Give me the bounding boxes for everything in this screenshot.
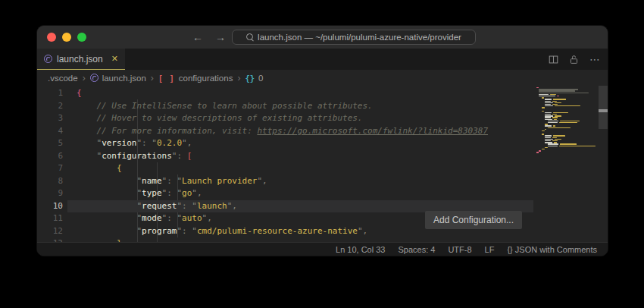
breadcrumb-label: 0: [258, 74, 263, 83]
code-text: // For more information, visit: https://…: [77, 126, 488, 136]
json-file-icon: [44, 55, 52, 63]
history-forward-icon[interactable]: →: [215, 31, 226, 43]
code-text: "version": "0.2.0",: [77, 138, 192, 148]
breadcrumb-item--vscode[interactable]: .vscode: [48, 74, 78, 83]
code-text: {: [77, 163, 122, 173]
code-line-1[interactable]: 1{: [37, 87, 608, 100]
search-icon: [246, 33, 254, 41]
traffic-lights: [47, 33, 86, 42]
code-line-4[interactable]: 4 // For more information, visit: https:…: [37, 125, 608, 138]
tab-label: launch.json: [57, 54, 107, 64]
line-number: 12: [37, 225, 63, 238]
breadcrumb-label: .vscode: [48, 74, 78, 83]
code-line-8[interactable]: 8 "name": "Launch provider",: [37, 175, 608, 188]
line-number: 4: [37, 125, 63, 138]
line-number: 10: [37, 200, 63, 213]
code-text: // Use IntelliSense to learn about possi…: [77, 101, 373, 111]
window-title-text: launch.json — ~/pulumi/pulumi-azure-nati…: [258, 33, 461, 42]
unlock-icon[interactable]: [569, 55, 579, 64]
breadcrumb-item-0[interactable]: {}0: [245, 74, 263, 83]
code-text: "program": "cmd/pulumi-resource-azure-na…: [77, 226, 367, 236]
line-number: 2: [37, 100, 63, 113]
code-text: "mode": "auto",: [77, 213, 212, 223]
code-text: "request": "launch",: [77, 201, 237, 211]
overview-ruler-marker: [599, 109, 608, 112]
code-line-9[interactable]: 9 "type": "go",: [37, 187, 608, 200]
close-tab-icon[interactable]: ✕: [111, 54, 118, 64]
vertical-scrollbar[interactable]: [598, 86, 608, 242]
code-line-12[interactable]: 12 "program": "cmd/pulumi-resource-azure…: [37, 225, 608, 238]
code-line-11[interactable]: 11 "mode": "auto",: [37, 212, 608, 225]
code-line-7[interactable]: 7 {: [37, 162, 608, 175]
code-text: // Hover to view descriptions of existin…: [77, 113, 363, 123]
code-line-2[interactable]: 2 // Use IntelliSense to learn about pos…: [37, 100, 608, 113]
line-number: 11: [37, 212, 63, 225]
code-line-6[interactable]: 6 "configurations": [: [37, 150, 608, 163]
code-text: "configurations": [: [77, 151, 192, 161]
line-number: 6: [37, 150, 63, 163]
status-item-spaces-4[interactable]: Spaces: 4: [398, 245, 435, 254]
history-back-icon[interactable]: ←: [192, 31, 203, 43]
line-number: 8: [37, 175, 63, 188]
split-editor-icon[interactable]: [549, 55, 558, 64]
vscode-window: ← → launch.json — ~/pulumi/pulumi-azure-…: [36, 25, 608, 256]
line-number: 1: [37, 87, 63, 100]
tab-bar: launch.json ✕ ⋯: [37, 49, 608, 70]
code-text: "type": "go",: [77, 188, 202, 198]
line-number: 5: [37, 137, 63, 150]
editor-pane[interactable]: 1{2 // Use IntelliSense to learn about p…: [37, 86, 608, 242]
scrollbar-thumb[interactable]: [599, 86, 608, 129]
status-item-ln-10-col-33[interactable]: Ln 10, Col 33: [336, 245, 385, 254]
code-lines: 1{2 // Use IntelliSense to learn about p…: [37, 87, 608, 242]
more-actions-icon[interactable]: ⋯: [589, 53, 600, 65]
breadcrumb-label: configurations: [179, 74, 233, 83]
json-file-icon: [90, 74, 98, 82]
status-item-utf-8[interactable]: UTF-8: [448, 245, 471, 254]
minimize-window-button[interactable]: [62, 33, 71, 42]
code-line-5[interactable]: 5 "version": "0.2.0",: [37, 137, 608, 150]
line-number: 3: [37, 112, 63, 125]
status-item-lf[interactable]: LF: [485, 245, 495, 254]
breadcrumb: .vscode›launch.json›[ ]configurations›{}…: [37, 70, 608, 86]
add-configuration-button[interactable]: Add Configuration...: [425, 211, 522, 229]
code-text: {: [77, 88, 82, 98]
object-symbol-icon: {}: [245, 74, 255, 83]
breadcrumb-label: launch.json: [102, 74, 146, 83]
close-window-button[interactable]: [47, 33, 56, 42]
minimap[interactable]: [535, 87, 597, 154]
titlebar: ← → launch.json — ~/pulumi/pulumi-azure-…: [37, 26, 608, 49]
breadcrumb-item-launch-json[interactable]: launch.json: [90, 74, 146, 83]
breadcrumb-separator-icon: ›: [151, 73, 154, 83]
zoom-window-button[interactable]: [77, 33, 86, 42]
code-line-10[interactable]: 10 "request": "launch",: [37, 200, 608, 213]
command-center-search[interactable]: launch.json — ~/pulumi/pulumi-azure-nati…: [232, 30, 476, 45]
breadcrumb-separator-icon: ›: [83, 73, 86, 83]
status-item--json-with-comments[interactable]: {} JSON with Comments: [507, 245, 597, 254]
tab-launch-json[interactable]: launch.json ✕: [37, 49, 125, 70]
breadcrumb-item-configurations[interactable]: [ ]configurations: [158, 74, 233, 83]
line-number: 7: [37, 162, 63, 175]
status-bar: Ln 10, Col 33Spaces: 4UTF-8LF{} JSON wit…: [37, 242, 608, 256]
array-symbol-icon: [ ]: [158, 74, 175, 83]
code-text: "name": "Launch provider",: [77, 176, 267, 186]
breadcrumb-separator-icon: ›: [237, 73, 240, 83]
line-number: 9: [37, 187, 63, 200]
code-line-3[interactable]: 3 // Hover to view descriptions of exist…: [37, 112, 608, 125]
